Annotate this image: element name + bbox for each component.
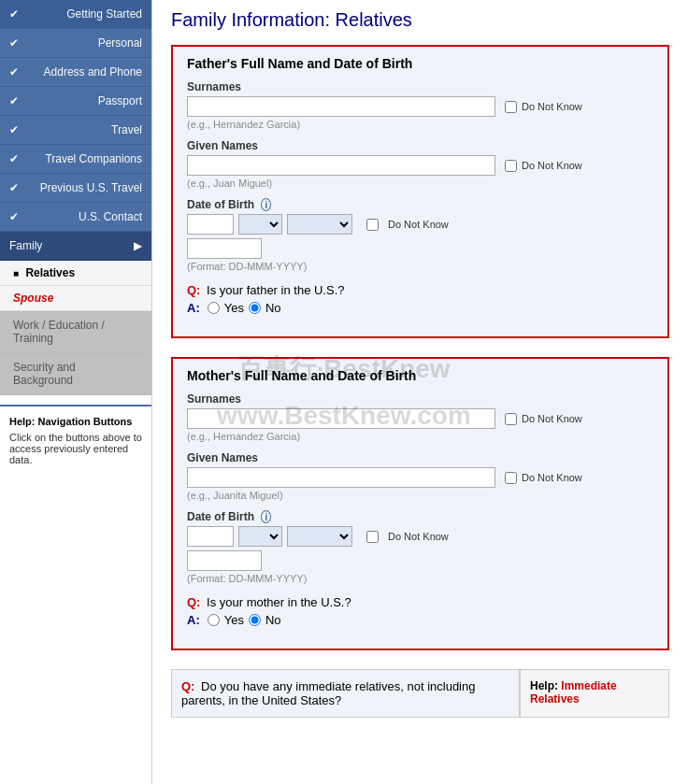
father-section-title: Father's Full Name and Date of Birth — [187, 56, 653, 71]
mother-us-question-block: Q: Is your mother in the U.S.? A: Yes No — [187, 595, 653, 627]
father-dob-year-select[interactable]: 2026202520242023202220212020201920182017… — [287, 214, 352, 235]
mother-a-label: A: — [187, 613, 200, 627]
mother-dob-do-not-know-label: Do Not Know — [388, 531, 449, 542]
father-surnames-placeholder: (e.g., Hernandez Garcia) — [187, 119, 653, 130]
sidebar-label: Getting Started — [66, 7, 142, 21]
mother-surnames-do-not-know-checkbox[interactable] — [505, 413, 517, 425]
check-icon: ✔ — [9, 7, 19, 21]
mother-us-no-label: No — [265, 613, 281, 627]
mother-given-names-do-not-know-checkbox[interactable] — [505, 472, 517, 484]
father-us-no-radio[interactable] — [249, 302, 261, 314]
check-icon: ✔ — [9, 123, 19, 136]
sidebar-item-address-phone[interactable]: ✔ Address and Phone — [0, 58, 151, 87]
sidebar-item-personal[interactable]: ✔ Personal — [0, 29, 151, 58]
bottom-row: Q: Do you have any immediate relatives, … — [171, 669, 669, 718]
mother-surnames-placeholder: (e.g., Hernandez Garcia) — [187, 431, 653, 442]
father-surnames-do-not-know-checkbox[interactable] — [505, 101, 517, 113]
father-surnames-label: Surnames — [187, 80, 653, 93]
father-dob-inputs-row: Jan Feb Mar Apr May Jun Jul Aug Sep Oct … — [187, 214, 653, 235]
sidebar-label: Travel — [111, 123, 142, 136]
father-surnames-do-not-know-label: Do Not Know — [522, 101, 582, 112]
immediate-relatives-question-block: Q: Do you have any immediate relatives, … — [171, 669, 520, 718]
father-dob-group: Date of Birth i Jan Feb Mar Apr May Jun … — [187, 198, 653, 272]
sidebar-label: Previous U.S. Travel — [40, 181, 142, 194]
father-dob-format: (Format: DD-MMM-YYYY) — [187, 261, 653, 272]
help-immediate-title: Help: — [530, 679, 558, 692]
sidebar-subitem-relatives[interactable]: ■ Relatives — [0, 261, 151, 286]
check-icon: ✔ — [9, 152, 19, 165]
help-immediate-relatives: Help: Immediate Relatives — [520, 669, 669, 718]
mother-surnames-label: Surnames — [187, 392, 653, 406]
mother-dob-do-not-know-checkbox[interactable] — [366, 531, 379, 543]
mother-dob-label-text: Date of Birth — [187, 510, 254, 523]
sidebar-subitem-work: Work / Education / Training — [0, 311, 151, 353]
sidebar-subitem-security: Security and Background — [0, 353, 151, 395]
father-dob-do-not-know-checkbox[interactable] — [366, 219, 379, 231]
subitem-label: Security and Background — [13, 361, 76, 387]
father-dob-day-input[interactable] — [187, 214, 234, 235]
father-us-question-block: Q: Is your father in the U.S.? A: Yes No — [187, 283, 653, 315]
bottom-q-label: Q: — [181, 679, 194, 693]
father-dob-label-text: Date of Birth — [187, 198, 254, 211]
mother-section-title: Mother's Full Name and Date of Birth — [187, 368, 653, 383]
mother-dob-label: Date of Birth i — [187, 510, 653, 523]
mother-dob-year-select[interactable]: 2026202520242023202220212020201920182017… — [287, 526, 352, 547]
father-dob-month-select[interactable]: Jan Feb Mar Apr May Jun Jul Aug Sep Oct … — [238, 214, 282, 235]
father-given-names-input[interactable] — [187, 155, 495, 176]
mother-us-yes-radio[interactable] — [208, 614, 220, 626]
father-surnames-input[interactable] — [187, 96, 495, 117]
sidebar-label: U.S. Contact — [79, 210, 142, 223]
mother-given-names-placeholder: (e.g., Juanita Miguel) — [187, 490, 653, 501]
sidebar-item-previous-us-travel[interactable]: ✔ Previous U.S. Travel — [0, 174, 151, 203]
sidebar-item-us-contact[interactable]: ✔ U.S. Contact — [0, 203, 151, 232]
father-given-names-row: Do Not Know — [187, 155, 653, 176]
mother-us-question-row: Q: Is your mother in the U.S.? — [187, 595, 653, 609]
check-icon: ✔ — [9, 94, 19, 107]
help-box: Help: Navigation Buttons Click on the bu… — [0, 405, 151, 475]
sidebar-item-getting-started[interactable]: ✔ Getting Started — [0, 0, 151, 29]
father-given-names-do-not-know-checkbox[interactable] — [505, 160, 517, 172]
mother-given-names-row: Do Not Know — [187, 467, 653, 488]
mother-us-no-radio[interactable] — [249, 614, 261, 626]
mother-surnames-input[interactable] — [187, 408, 495, 429]
mother-surnames-do-not-know-label: Do Not Know — [522, 413, 582, 424]
arrow-icon: ▶ — [134, 239, 142, 252]
mother-dob-inputs-row: Jan Feb Mar Apr May Jun Jul Aug Sep Oct … — [187, 526, 653, 547]
subitem-label: Spouse — [13, 292, 53, 305]
father-us-question-text: Is your father in the U.S.? — [207, 283, 344, 297]
sidebar: ✔ Getting Started ✔ Personal ✔ Address a… — [0, 0, 152, 784]
check-icon: ✔ — [9, 65, 19, 78]
mother-us-question-text: Is your mother in the U.S.? — [207, 595, 351, 609]
mother-section: Mother's Full Name and Date of Birth Sur… — [171, 357, 669, 650]
subitem-label: Work / Education / Training — [13, 319, 105, 345]
father-us-no-label: No — [265, 301, 281, 315]
subitem-label: Relatives — [25, 266, 75, 279]
mother-dob-month-select[interactable]: Jan Feb Mar Apr May Jun Jul Aug Sep Oct … — [238, 526, 282, 547]
father-us-answer-row: A: Yes No — [187, 301, 653, 315]
family-label: Family — [9, 239, 42, 252]
father-us-yes-radio[interactable] — [208, 302, 220, 314]
sidebar-item-travel[interactable]: ✔ Travel — [0, 116, 151, 145]
mother-dob-format: (Format: DD-MMM-YYYY) — [187, 573, 653, 584]
help-title: Help: Navigation Buttons — [9, 416, 142, 427]
father-us-yes-label: Yes — [224, 301, 244, 315]
immediate-relatives-question-text: Do you have any immediate relatives, not… — [181, 679, 475, 707]
help-text: Click on the buttons above to access pre… — [9, 432, 142, 465]
check-icon: ✔ — [9, 181, 19, 194]
father-q-label: Q: — [187, 283, 200, 297]
mother-given-names-input[interactable] — [187, 467, 495, 488]
bullet-icon: ■ — [13, 268, 19, 278]
father-dob-text-input[interactable] — [187, 238, 262, 259]
sidebar-item-family[interactable]: Family ▶ — [0, 232, 151, 261]
sidebar-subitem-spouse[interactable]: Spouse — [0, 286, 151, 311]
mother-given-names-label: Given Names — [187, 451, 653, 464]
sidebar-item-passport[interactable]: ✔ Passport — [0, 87, 151, 116]
mother-dob-day-input[interactable] — [187, 526, 234, 547]
father-section: Father's Full Name and Date of Birth Sur… — [171, 45, 669, 338]
sidebar-label: Personal — [98, 36, 142, 50]
mother-dob-text-input[interactable] — [187, 550, 262, 571]
sidebar-item-travel-companions[interactable]: ✔ Travel Companions — [0, 145, 151, 174]
mother-us-yes-label: Yes — [224, 613, 244, 627]
mother-surnames-row: Do Not Know — [187, 408, 653, 429]
sidebar-label: Travel Companions — [45, 152, 142, 165]
